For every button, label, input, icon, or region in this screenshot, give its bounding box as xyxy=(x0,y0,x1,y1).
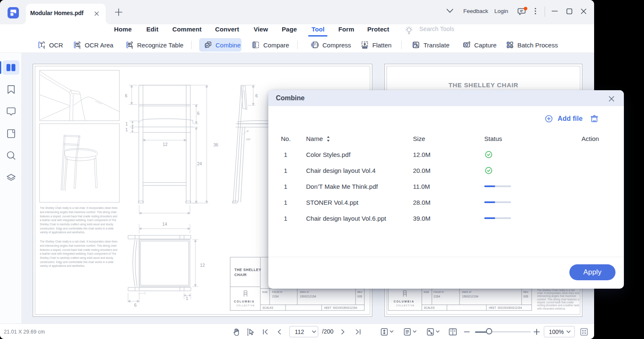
svg-text:1500212154: 1500212154 xyxy=(462,295,478,298)
svg-text:DWG N°: DWG N° xyxy=(462,291,472,293)
svg-text:14: 14 xyxy=(162,222,167,227)
svg-text:6: 6 xyxy=(134,302,137,308)
svg-text:CHAIR: CHAIR xyxy=(234,273,247,277)
svg-text:SIZE: SIZE xyxy=(262,291,267,293)
svg-text:6: 6 xyxy=(197,111,200,116)
svg-text:SIZE: SIZE xyxy=(423,291,429,293)
svg-text:COLUMBIA: COLUMBIA xyxy=(234,300,254,303)
svg-text:REV: REV xyxy=(523,291,528,293)
svg-text:SCALES: SCALES xyxy=(262,306,273,309)
svg-text:24: 24 xyxy=(197,161,202,166)
svg-text:1500212154: 1500212154 xyxy=(300,295,316,298)
svg-text:1: 1 xyxy=(186,296,188,301)
svg-text:6: 6 xyxy=(255,93,258,98)
svg-text:005: 005 xyxy=(523,295,528,298)
svg-text:2154: 2154 xyxy=(272,295,279,298)
svg-text:REV: REV xyxy=(357,291,362,293)
svg-text:005: 005 xyxy=(357,295,362,298)
svg-text:SCALES: SCALES xyxy=(424,306,435,309)
svg-text:100°: 100° xyxy=(246,138,251,141)
svg-text:12: 12 xyxy=(163,142,168,147)
svg-text:2154: 2154 xyxy=(434,295,440,298)
svg-text:DWG N°: DWG N° xyxy=(300,291,310,293)
svg-text:HEET 0021001500212154: HEET 0021001500212154 xyxy=(324,306,357,309)
svg-text:6: 6 xyxy=(125,93,127,98)
svg-text:FSCM N°: FSCM N° xyxy=(272,291,283,293)
svg-text:FSCM N°: FSCM N° xyxy=(434,291,444,293)
svg-text:1: 1 xyxy=(125,121,128,126)
svg-text:12: 12 xyxy=(200,263,205,268)
svg-text:HEET 0021001500212154: HEET 0021001500212154 xyxy=(489,306,522,309)
svg-text:COLLECTIVE: COLLECTIVE xyxy=(236,305,255,307)
svg-text:THE SHELLEY: THE SHELLEY xyxy=(234,268,261,272)
svg-text:COLUMBIA: COLUMBIA xyxy=(394,300,414,303)
svg-text:1: 1 xyxy=(125,127,128,132)
svg-text:36: 36 xyxy=(213,142,218,147)
svg-text:COLLECTIVE: COLLECTIVE xyxy=(396,305,415,307)
